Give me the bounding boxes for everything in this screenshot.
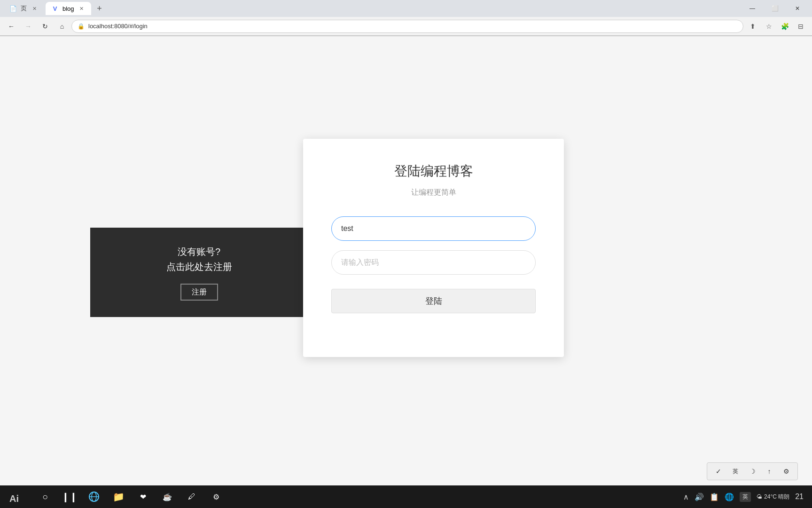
check-icon[interactable]: ✓: [711, 465, 726, 478]
left-panel: 没有账号? 点击此处去注册 注册: [90, 228, 308, 317]
username-input[interactable]: [331, 216, 536, 241]
address-bar[interactable]: 🔒 localhost:8080/#/login: [71, 20, 743, 33]
login-button[interactable]: 登陆: [331, 289, 536, 313]
tab-bar: 📄 页 ✕ V blog ✕ + — ⬜ ✕: [0, 0, 812, 17]
scroll-icon[interactable]: ↑: [762, 465, 777, 478]
tray-clipboard[interactable]: 📋: [710, 492, 719, 501]
taskbar-app1[interactable]: ❤: [132, 487, 154, 506]
tab-label-1: 页: [21, 4, 27, 13]
password-input[interactable]: [331, 250, 536, 275]
window-controls: — ⬜ ✕: [742, 0, 808, 17]
settings-widget: ✓ 英 ☽ ↑ ⚙: [707, 462, 798, 480]
tab-label-2: blog: [62, 5, 74, 12]
tray-expand[interactable]: ∧: [683, 492, 689, 501]
toolbar-actions: ⬆ ☆ 🧩 ⊟: [745, 19, 808, 34]
night-mode-icon[interactable]: ☽: [745, 465, 760, 478]
taskbar-browser[interactable]: [83, 487, 105, 506]
address-text: localhost:8080/#/login: [88, 23, 148, 30]
taskbar-right: ∧ 🔊 📋 🌐 英 🌤 24°C 晴朗 21: [683, 492, 808, 502]
share-button[interactable]: ⬆: [745, 19, 760, 34]
login-card: 登陆编程博客 让编程更简单 登陆: [303, 139, 564, 357]
language-selector[interactable]: 英: [728, 465, 743, 478]
login-subtitle: 让编程更简单: [411, 188, 456, 198]
page-content: 没有账号? 点击此处去注册 注册 登陆编程博客 让编程更简单 登陆 ✓ 英 ☽ …: [0, 36, 812, 508]
tab-inactive[interactable]: 📄 页 ✕: [4, 2, 44, 15]
weather-icon: 🌤: [757, 493, 762, 500]
tab-active[interactable]: V blog ✕: [46, 2, 91, 15]
lock-icon: 🔒: [78, 23, 85, 30]
left-panel-text: 没有账号? 点击此处去注册: [166, 244, 232, 274]
register-button[interactable]: 注册: [180, 284, 218, 301]
tray-volume[interactable]: 🔊: [695, 492, 704, 501]
taskbar-app2[interactable]: ☕: [156, 487, 179, 506]
taskbar-start[interactable]: ○: [34, 487, 56, 506]
back-button[interactable]: ←: [4, 19, 19, 34]
taskbar-app3[interactable]: 🖊: [180, 487, 203, 506]
no-account-text: 没有账号?: [166, 244, 232, 259]
tray-time: 21: [795, 492, 804, 501]
tab-close-1[interactable]: ✕: [31, 5, 38, 12]
browser-chrome: 📄 页 ✕ V blog ✕ + — ⬜ ✕ ← → ↻ ⌂ 🔒 localho…: [0, 0, 812, 36]
taskbar-app4[interactable]: ⚙: [205, 487, 227, 506]
close-button[interactable]: ✕: [787, 0, 808, 17]
ai-label: Ai: [9, 493, 19, 504]
reload-button[interactable]: ↻: [38, 19, 53, 34]
taskbar: Ai ○ ❙❙ 📁 ❤ ☕ 🖊 ⚙ ∧ 🔊 📋 🌐 英 🌤 24°C 晴朗 21: [0, 485, 812, 508]
maximize-button[interactable]: ⬜: [764, 0, 786, 17]
taskbar-multitask[interactable]: ❙❙: [58, 487, 81, 506]
new-tab-button[interactable]: +: [93, 2, 106, 15]
forward-button[interactable]: →: [21, 19, 36, 34]
tray-network[interactable]: 🌐: [725, 492, 734, 501]
weather-text: 24°C 晴朗: [764, 493, 789, 501]
tab-close-2[interactable]: ✕: [78, 5, 86, 12]
extensions-button[interactable]: 🧩: [777, 19, 792, 34]
login-title: 登陆编程博客: [394, 162, 473, 180]
minimize-button[interactable]: —: [742, 0, 763, 17]
weather-display: 🌤 24°C 晴朗: [757, 493, 789, 501]
register-prompt-text: 点击此处去注册: [166, 259, 232, 274]
toolbar: ← → ↻ ⌂ 🔒 localhost:8080/#/login ⬆ ☆ 🧩 ⊟: [0, 17, 812, 36]
bookmark-button[interactable]: ☆: [761, 19, 776, 34]
taskbar-files[interactable]: 📁: [107, 487, 130, 506]
settings-icon[interactable]: ⚙: [779, 465, 794, 478]
tab-favicon-2: V: [51, 5, 59, 12]
home-button[interactable]: ⌂: [55, 19, 70, 34]
tray-language[interactable]: 英: [740, 492, 751, 502]
tab-favicon-1: 📄: [9, 5, 17, 12]
sidebar-toggle-button[interactable]: ⊟: [793, 19, 808, 34]
